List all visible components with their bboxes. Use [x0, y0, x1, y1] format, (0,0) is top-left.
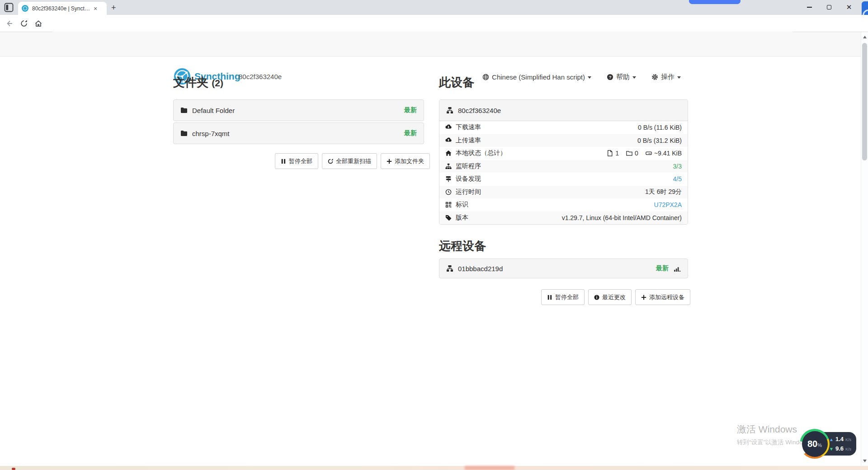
rescan-all-button[interactable]: 全部重新扫描: [322, 153, 377, 169]
device-icon: [446, 107, 453, 114]
memory-gauge-widget[interactable]: 80%: [800, 429, 830, 459]
cloud-upload-icon: [445, 137, 452, 144]
add-remote-device-button[interactable]: 添加远程设备: [635, 289, 690, 305]
folder-status-badge: 最新: [404, 106, 417, 114]
row-value-discovery[interactable]: 4/5: [673, 175, 682, 183]
close-tab-icon[interactable]: ×: [94, 5, 97, 12]
svg-text:?: ?: [609, 75, 612, 80]
tag-icon: [445, 215, 452, 221]
pause-all-devices-button[interactable]: 暂停全部: [541, 289, 585, 305]
navbar-device-name: 80c2f363240e: [239, 73, 282, 80]
page-scrollbar[interactable]: [861, 32, 868, 466]
minimize-button[interactable]: [799, 0, 819, 14]
recent-changes-button[interactable]: 最近更改: [588, 289, 632, 305]
remote-device-actions: 暂停全部 最近更改 添加远程设备: [541, 289, 690, 305]
refresh-icon[interactable]: [20, 19, 28, 28]
row-label: 下载速率: [456, 123, 638, 132]
arrow-down-icon: ▼: [829, 446, 834, 451]
chevron-down-icon: [632, 76, 636, 79]
language-menu[interactable]: Chinese (Simplified Han script): [482, 73, 591, 81]
plus-icon: [641, 295, 646, 300]
scroll-up-icon[interactable]: [863, 36, 867, 38]
row-value: 1天 6时 29分: [645, 188, 682, 196]
globe-icon: [482, 74, 489, 80]
home-icon[interactable]: [34, 19, 42, 28]
this-device-heading: 此设备: [439, 75, 474, 90]
pause-icon: [281, 159, 286, 164]
syncthing-favicon: [22, 5, 28, 12]
watermark-line1: 激活 Windows: [737, 423, 810, 436]
button-label: 最近更改: [602, 293, 626, 301]
local-size: ~9.41 KiB: [654, 150, 682, 157]
browser-tab[interactable]: 80c2f363240e | Syncthing ×: [18, 2, 107, 15]
row-label: 本地状态（总计）: [456, 149, 607, 157]
cloud-download-icon: [445, 124, 452, 131]
this-device-row[interactable]: 80c2f363240e: [439, 100, 688, 121]
download-speed-value: 9.6: [835, 445, 844, 452]
home-icon: [445, 150, 452, 156]
folders-heading: 文件夹 (2): [173, 75, 223, 90]
remote-device-status-badge: 最新: [656, 264, 669, 273]
add-folder-button[interactable]: 添加文件夹: [381, 153, 430, 169]
scrollbar-thumb[interactable]: [862, 43, 867, 160]
row-label: 设备发现: [456, 175, 673, 183]
gauge-percent: 80: [807, 439, 817, 449]
button-label: 全部重新扫描: [336, 157, 371, 165]
screen: 80c2f363240e | Syncthing × + ✕ 不安全 192.1…: [0, 0, 868, 470]
help-menu[interactable]: ? 帮助: [607, 73, 636, 81]
desktop-taskbar-sliver: [0, 466, 868, 470]
file-icon: [607, 150, 613, 156]
folder-row-chrsp[interactable]: chrsp-7xqmt 最新: [173, 122, 424, 144]
button-label: 暂停全部: [555, 293, 579, 301]
button-label: 添加文件夹: [395, 157, 424, 165]
download-speed: ▼ 9.6 K/s: [829, 445, 851, 452]
language-menu-label: Chinese (Simplified Han script): [492, 73, 585, 81]
folder-name: Default Folder: [192, 107, 404, 114]
upload-speed-value: 1.4: [835, 436, 844, 442]
table-row-identification: 标识 U72PX2A: [439, 198, 688, 212]
remote-devices-heading: 远程设备: [439, 238, 486, 254]
close-window-button[interactable]: ✕: [839, 0, 859, 14]
row-label: 运行时间: [456, 188, 645, 196]
actions-menu-label: 操作: [661, 73, 675, 81]
this-device-name: 80c2f363240e: [458, 107, 681, 114]
windows-activation-watermark: 激活 Windows 转到“设置”以激活 Windows: [737, 423, 810, 446]
download-speed-unit: K/s: [845, 447, 851, 451]
syncthing-navbar: Syncthing 80c2f363240e Chinese (Simplifi…: [0, 32, 861, 56]
local-files-count: 1: [615, 150, 619, 157]
table-row-version: 版本 v1.29.7, Linux (64-bit Intel/AMD Cont…: [439, 212, 688, 225]
table-row-discovery: 设备发现 4/5: [439, 173, 688, 186]
chevron-down-icon: [588, 76, 591, 79]
folder-row-default[interactable]: Default Folder 最新: [173, 99, 424, 121]
table-row-local-state: 本地状态（总计） 1 0 ~9.41 KiB: [439, 147, 688, 160]
remote-device-row[interactable]: 01bbbacd219d 最新: [439, 258, 688, 278]
pause-all-folders-button[interactable]: 暂停全部: [275, 153, 318, 169]
qrcode-icon: [445, 202, 452, 208]
restore-button[interactable]: [819, 0, 839, 14]
new-tab-button[interactable]: +: [111, 3, 116, 13]
row-label: 版本: [456, 214, 562, 222]
button-label: 暂停全部: [289, 157, 312, 165]
row-label: 上传速率: [456, 136, 637, 145]
folder-icon: [180, 130, 188, 137]
browser-titlebar: 80c2f363240e | Syncthing × + ✕: [0, 0, 868, 15]
signpost-icon: [445, 176, 452, 182]
tab-actions-icon[interactable]: [4, 3, 14, 12]
table-row-download-rate: 下载速率 0 B/s (11.6 KiB): [439, 121, 688, 134]
back-icon[interactable]: [5, 19, 14, 28]
folders-count: (2): [212, 78, 223, 88]
plus-icon: [387, 159, 392, 164]
folder-actions: 暂停全部 全部重新扫描 添加文件夹: [275, 153, 430, 169]
browser-toolbar: 不安全 192.168.8.11:58384 aあ: [0, 15, 868, 32]
pause-icon: [547, 295, 552, 300]
actions-menu[interactable]: 操作: [651, 73, 681, 81]
scroll-down-icon[interactable]: [863, 460, 867, 462]
signal-bars-icon: [674, 266, 681, 272]
clock-icon: [445, 189, 452, 195]
taskbar-blob: [465, 466, 514, 470]
refresh-icon: [328, 159, 333, 164]
row-value-device-id[interactable]: U72PX2A: [654, 201, 682, 208]
sitemap-icon: [445, 163, 452, 169]
help-menu-label: 帮助: [616, 73, 630, 81]
table-row-listeners: 监听程序 3/3: [439, 160, 688, 173]
